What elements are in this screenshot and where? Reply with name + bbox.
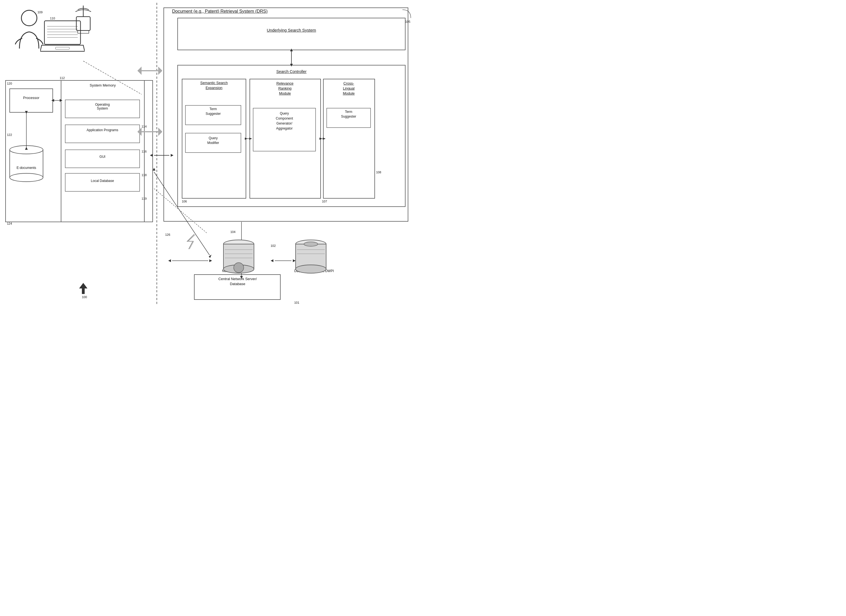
svg-marker-68 [158, 67, 162, 75]
svg-marker-85 [79, 283, 87, 289]
ref-104: 104 [230, 230, 235, 233]
svg-rect-6 [250, 79, 321, 198]
up-arrow-100 [79, 283, 87, 294]
uss-label: Underlying Search System [179, 28, 404, 32]
svg-point-82 [304, 242, 318, 246]
divider-arrows-2 [136, 125, 164, 139]
svg-marker-53 [168, 259, 171, 262]
sc-label: Search Controller [179, 69, 404, 74]
ref-116: 116 [141, 150, 147, 153]
svg-point-81 [296, 265, 326, 273]
svg-rect-65 [78, 31, 89, 33]
person-icon [14, 8, 44, 50]
ref-102: 102 [271, 244, 276, 247]
svg-marker-12 [290, 64, 293, 67]
svg-rect-13 [6, 81, 153, 222]
ref-100: 100 [82, 295, 87, 299]
app-programs-label: Application Programs [65, 128, 140, 132]
svg-marker-71 [158, 128, 162, 136]
svg-point-75 [234, 263, 244, 273]
clm-term-suggester: Term Suggester [327, 110, 371, 119]
ref-108: 108 [376, 170, 381, 174]
system-memory-label: System Memory [61, 83, 144, 87]
svg-line-30 [83, 61, 141, 94]
os-label: Operating System [65, 103, 140, 110]
svg-point-21 [10, 145, 43, 154]
svg-rect-17 [65, 125, 140, 143]
ref-106: 106 [182, 200, 187, 203]
ref-112: 112 [60, 76, 65, 79]
svg-rect-62 [56, 47, 69, 49]
svg-point-22 [10, 173, 43, 182]
drs-title: Document (e.g., Patent) Retrieval System… [172, 9, 268, 14]
ref-122: 122 [7, 133, 12, 136]
svg-marker-38 [153, 168, 156, 170]
gui-label: GUI [65, 155, 140, 158]
sse-label: Semantic Search Expansion [182, 81, 245, 90]
diagram: Document (e.g., Patent) Retrieval System… [0, 0, 423, 308]
central-server-label: Central Network Server/ Database [195, 277, 280, 286]
sse-term-suggester: Term Suggester [185, 107, 241, 116]
svg-marker-42 [249, 138, 252, 140]
svg-rect-14 [10, 89, 53, 112]
svg-marker-54 [209, 259, 212, 262]
svg-point-55 [21, 10, 37, 26]
svg-marker-47 [150, 154, 153, 157]
ref-119: 119 [141, 197, 147, 200]
svg-marker-35 [271, 259, 274, 262]
svg-marker-24 [60, 99, 62, 102]
ref-118: 118 [141, 173, 147, 177]
ref-105: 105 [405, 20, 410, 23]
divider-arrows [136, 64, 164, 78]
svg-marker-28 [25, 147, 28, 150]
e-documents-label: E-documents [10, 166, 43, 170]
rrm-qcga: Query Component Generator/ Aggregator [253, 111, 316, 131]
svg-marker-44 [319, 138, 322, 140]
ref-101: 101 [294, 301, 299, 304]
lightning-icon [178, 233, 205, 249]
svg-marker-69 [137, 128, 141, 136]
processor-label: Processor [10, 96, 53, 100]
ref-126: 126 [165, 233, 170, 236]
svg-marker-66 [137, 67, 141, 75]
svg-line-31 [154, 189, 207, 233]
db-icon [294, 239, 328, 274]
clm-label: Cross- Lingual Module [323, 81, 374, 96]
svg-rect-86 [82, 289, 85, 294]
svg-marker-45 [323, 138, 325, 140]
svg-rect-8 [323, 79, 375, 198]
svg-rect-18 [65, 150, 140, 168]
svg-marker-27 [25, 111, 28, 114]
antenna-icon [72, 6, 94, 36]
ref-107: 107 [322, 200, 327, 203]
svg-marker-11 [290, 48, 293, 51]
ref-124: 124 [7, 222, 12, 225]
ref-120: 120 [7, 82, 12, 85]
svg-marker-41 [245, 138, 247, 140]
rrm-label: Relevance Ranking Module [250, 81, 320, 96]
svg-marker-39 [209, 255, 212, 258]
svg-rect-1 [178, 18, 405, 50]
sse-query-modifier: Query Modifier [185, 136, 241, 145]
network-server-icon [222, 239, 255, 274]
svg-rect-64 [77, 17, 90, 31]
svg-rect-15 [61, 81, 144, 222]
svg-rect-20 [10, 150, 43, 177]
local-db-label: Local Database [65, 179, 140, 183]
svg-marker-48 [171, 154, 174, 157]
